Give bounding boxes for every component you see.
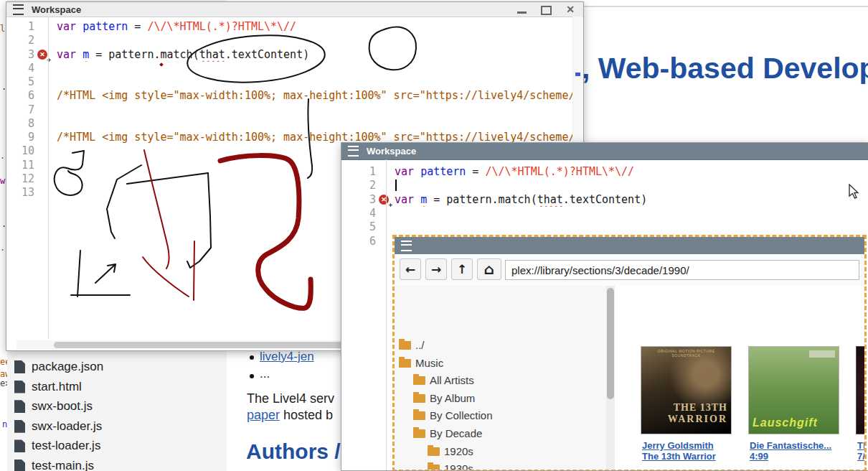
paper-link[interactable]: paper (247, 408, 280, 422)
code-token: m (82, 48, 89, 61)
cover-text: ORIGINAL MOTION PICTURE SOUNDTRACK (644, 349, 728, 358)
file-name: start.html (32, 380, 82, 394)
address-input[interactable] (505, 260, 859, 280)
code-token: pattern (82, 20, 128, 33)
plex-browser-widget[interactable]: ←→↑⌂ ../MusicAll ArtistsBy AlbumBy Colle… (392, 235, 867, 471)
file-name: package.json (32, 360, 103, 374)
code-line: var pattern = /\/\*HTML(.*)?HTML\*\// (57, 20, 296, 34)
intro-paragraph: The Livel4 serv paper hosted b (247, 391, 334, 424)
file-name: swx-boot.js (32, 399, 93, 414)
code-token: m (420, 193, 427, 206)
code-token: that (537, 193, 563, 206)
error-badge[interactable]: ✕ (37, 50, 47, 60)
bullet-text: ... (260, 367, 270, 381)
line-number: 11 (13, 159, 34, 172)
line-number: 10 (13, 144, 34, 158)
close-button[interactable]: ✕ (566, 4, 575, 14)
text-fragment: · (0, 153, 5, 163)
paragraph-line: paper hosted b (247, 407, 334, 424)
line-number: 12 (13, 172, 34, 186)
file-name: test-loader.js (32, 439, 100, 453)
paragraph-line: The Livel4 serv (247, 391, 334, 407)
mouse-cursor (849, 184, 860, 200)
line-number: 4 (13, 62, 34, 75)
plex-toolbar: ←→↑⌂ (395, 254, 864, 286)
code-token: = pattern.match( (427, 193, 537, 206)
file-item[interactable]: swx-boot.js (14, 399, 93, 414)
error-badge[interactable]: ✕ (379, 195, 389, 205)
menu-icon[interactable] (348, 146, 359, 157)
menu-icon[interactable] (13, 4, 24, 15)
line-number: 2 (13, 34, 34, 47)
code-token (76, 48, 82, 61)
file-item[interactable]: start.html (14, 380, 82, 394)
file-icon (14, 439, 25, 452)
code-token: /\/\*HTML(.*)?HTML\*\// (147, 20, 296, 33)
line-number: 13 (13, 186, 34, 200)
file-name: swx-loader.js (32, 419, 102, 434)
page-title: , Web-based Develop (582, 52, 868, 85)
text-fragment: l (0, 24, 5, 34)
file-icon (14, 360, 25, 373)
album-cover[interactable]: Lauschgift (748, 346, 839, 434)
text-fragment: n (2, 419, 7, 429)
album-cover[interactable]: ORIGINAL MOTION PICTURE SOUNDTRACKTHE 13… (641, 346, 732, 434)
plex-content: ../MusicAll ArtistsBy AlbumBy Collection… (395, 286, 864, 470)
screen: { "colors":{"accent_orange":"#eaa63f","t… (0, 0, 868, 471)
bullet-marker (250, 355, 254, 360)
text-fragment: ee (0, 357, 7, 367)
home-button[interactable]: ⌂ (477, 258, 501, 280)
up-button[interactable]: ↑ (451, 258, 473, 280)
album-cover[interactable] (856, 346, 867, 434)
code-line: var m = pattern.match(that.textContent) (57, 48, 309, 62)
file-name: test-main.js (32, 459, 94, 471)
line-number: 7 (13, 103, 34, 117)
workspace1-titlebar[interactable]: Workspace ✕ (6, 2, 583, 17)
repo-link[interactable]: lively4-jen (260, 350, 314, 364)
code-token: var (395, 193, 414, 206)
maximize-button[interactable] (541, 6, 552, 15)
menu-icon[interactable] (401, 241, 412, 251)
album-link[interactable]: Die Fantastische... (750, 440, 831, 451)
cover-text: WARRIOR (668, 414, 727, 425)
cover-text: Lauschgift (753, 416, 818, 429)
album-link[interactable]: The 13th Warrior (642, 451, 716, 462)
album-link[interactable]: Jerry Goldsmith (642, 440, 714, 451)
code-token: /\/\*HTML(.*)?HTML\*\// (485, 165, 634, 178)
text-fragment: w (0, 176, 5, 186)
file-item[interactable]: test-main.js (14, 459, 94, 471)
text-cursor (395, 179, 397, 191)
album-link[interactable]: 7/ (857, 451, 865, 462)
authors-heading: Authors / (246, 439, 341, 464)
code-token: = (466, 165, 485, 178)
file-icon (14, 400, 25, 413)
workspace-window-2[interactable]: Workspace 123✕456var pattern = /\/\*HTML… (341, 142, 868, 471)
gutter-separator (48, 17, 49, 339)
file-icon (14, 460, 25, 471)
annotation-mark (575, 73, 580, 76)
workspace2-titlebar[interactable]: Workspace (341, 143, 868, 160)
code-token: var (395, 165, 414, 178)
file-item[interactable]: swx-loader.js (14, 419, 102, 434)
bullet-marker (250, 374, 254, 378)
line-number: 3 (13, 48, 34, 62)
file-icon (14, 420, 25, 433)
code-token: /*HTML <img style="max-width:100%; max-h… (57, 89, 575, 102)
window-title: Workspace (32, 4, 81, 15)
line-number: 2 (354, 179, 376, 192)
file-item[interactable]: test-loader.js (14, 439, 100, 453)
file-icon (14, 381, 25, 393)
minimize-button[interactable] (517, 11, 527, 14)
page-top-border (584, 6, 868, 7)
line-number: 1 (13, 20, 34, 34)
album-link[interactable]: Th (857, 440, 867, 451)
album-link[interactable]: 4:99 (750, 451, 768, 462)
code-token: that (199, 48, 225, 61)
code-token: .textContent) (225, 48, 309, 61)
file-item[interactable]: package.json (14, 360, 103, 374)
back-button[interactable]: ← (400, 258, 421, 280)
forward-button[interactable]: → (425, 258, 447, 280)
album-grid: ORIGINAL MOTION PICTURE SOUNDTRACKTHE 13… (395, 286, 864, 470)
plex-titlebar[interactable] (395, 237, 864, 254)
cover-logo (809, 350, 835, 358)
